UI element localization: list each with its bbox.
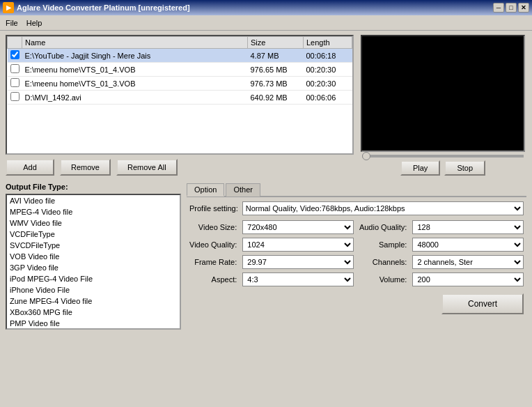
col-header-length: Length [304,37,352,49]
row-checkbox-cell[interactable] [8,49,22,63]
output-list-item[interactable]: WMV Video file [7,217,180,229]
preview-screen [361,35,525,152]
tab-bar: Option Other [187,183,526,197]
aspect-label: Aspect: [189,275,237,284]
preview-slider[interactable] [362,155,524,158]
table-row[interactable]: E:\meenu home\VTS_01_4.VOB 976.65 MB 00:… [8,63,352,77]
remove-button[interactable]: Remove [60,159,111,176]
sample-select[interactable]: 480004410022050 [412,238,524,252]
title-text: Aglare Video Converter Platinum [unregis… [17,3,190,12]
options-panel: Option Other Profile setting: Normal Qua… [187,183,526,330]
row-length: 00:06:18 [304,49,352,63]
table-row[interactable]: D:\MVI_1492.avi 640.92 MB 00:06:06 [8,91,352,105]
tab-other[interactable]: Other [226,183,260,197]
action-buttons: Add Remove Remove All [6,159,354,176]
output-list-item[interactable]: XBox360 MPG file [7,307,180,318]
row-name: D:\MVI_1492.avi [22,91,248,105]
menu-help[interactable]: Help [22,17,47,29]
app-icon: ▶ [3,2,14,13]
main-content: Name Size Length E:\YouTube - Jagjit Sin… [0,31,532,334]
row-checkbox[interactable] [10,78,19,87]
output-list-item[interactable]: AVI Video file [7,195,180,206]
close-button[interactable]: ✕ [518,3,529,13]
row-checkbox-cell[interactable] [8,63,22,77]
table-row[interactable]: E:\YouTube - Jagjit Singh - Mere Jais 4.… [8,49,352,63]
play-button[interactable]: Play [400,160,440,176]
row-size: 4.87 MB [248,49,304,63]
volume-label: Volume: [359,275,407,284]
output-list-item[interactable]: iPhone Video File [7,284,180,295]
output-list-item[interactable]: Zune MPEG-4 Video file [7,295,180,307]
row-name: E:\YouTube - Jagjit Singh - Mere Jais [22,49,248,63]
profile-setting-label: Profile setting: [189,204,238,213]
video-quality-label: Video Quality: [189,240,237,249]
title-controls: ─ □ ✕ [493,3,529,13]
profile-row: Profile setting: Normal Quality, Video:7… [187,201,526,215]
row-size: 976.65 MB [248,63,304,77]
row-name: E:\meenu home\VTS_01_3.VOB [22,77,248,91]
convert-button[interactable]: Convert [441,293,524,314]
title-bar: ▶ Aglare Video Converter Platinum [unreg… [0,0,532,15]
row-checkbox[interactable] [10,64,19,73]
channels-select[interactable]: 2 channels, Ster1 channel, Mono [412,255,524,269]
output-list-item[interactable]: 3GP Video file [7,262,180,273]
col-header-name: Name [22,37,248,49]
file-table: Name Size Length E:\YouTube - Jagjit Sin… [7,36,352,105]
row-checkbox[interactable] [10,50,19,59]
output-list-item[interactable]: VOB Video file [7,251,180,262]
output-list-item[interactable]: MPEG-4 Video file [7,206,180,217]
volume-select[interactable]: 200100150 [412,272,524,286]
aspect-select[interactable]: 4:316:9Auto [242,272,354,286]
menu-file[interactable]: File [1,17,22,29]
row-length: 00:20:30 [304,77,352,91]
frame-rate-select[interactable]: 29.97252415 [242,255,354,269]
output-list[interactable]: AVI Video fileMPEG-4 Video fileWMV Video… [6,194,181,330]
row-checkbox[interactable] [10,92,19,101]
row-checkbox-cell[interactable] [8,91,22,105]
preview-buttons: Play Stop [400,160,485,176]
row-length: 00:20:30 [304,63,352,77]
frame-rate-label: Frame Rate: [189,258,237,266]
output-label: Output File Type: [6,183,181,191]
row-length: 00:06:06 [304,91,352,105]
convert-row: Convert [187,293,526,314]
preview-container: Play Stop [359,35,526,176]
audio-quality-label: Audio Quality: [359,223,407,231]
output-list-item[interactable]: SVCDFileType [7,240,180,251]
menu-bar: File Help [0,15,532,31]
add-button[interactable]: Add [6,159,54,176]
row-checkbox-cell[interactable] [8,77,22,91]
col-header-check [8,37,22,49]
channels-label: Channels: [359,258,407,266]
options-grid: Video Size: 720x480640x480320x240 Audio … [187,219,526,288]
tab-option[interactable]: Option [187,183,224,197]
preview-slider-row [359,155,526,158]
stop-button[interactable]: Stop [444,160,485,176]
file-list-container[interactable]: Name Size Length E:\YouTube - Jagjit Sin… [6,35,354,155]
output-list-item[interactable]: VCDFileType [7,229,180,240]
table-row[interactable]: E:\meenu home\VTS_01_3.VOB 976.73 MB 00:… [8,77,352,91]
output-list-item[interactable]: PMP Video file [7,318,180,329]
row-name: E:\meenu home\VTS_01_4.VOB [22,63,248,77]
video-size-label: Video Size: [189,223,237,231]
audio-quality-select[interactable]: 12819225664 [412,220,524,234]
bottom-section: Output File Type: AVI Video fileMPEG-4 V… [6,183,526,330]
remove-all-button[interactable]: Remove All [116,159,178,176]
top-section: Name Size Length E:\YouTube - Jagjit Sin… [6,35,526,176]
output-list-item[interactable]: PSP MPEG-4 Video file [7,329,180,330]
sample-label: Sample: [359,240,407,249]
maximize-button[interactable]: □ [506,3,517,13]
profile-setting-select[interactable]: Normal Quality, Video:768kbps, Audio:128… [242,201,524,215]
col-header-size: Size [248,37,304,49]
minimize-button[interactable]: ─ [493,3,504,13]
video-size-select[interactable]: 720x480640x480320x240 [242,220,354,234]
row-size: 640.92 MB [248,91,304,105]
row-size: 976.73 MB [248,77,304,91]
output-panel: Output File Type: AVI Video fileMPEG-4 V… [6,183,181,330]
output-list-item[interactable]: iPod MPEG-4 Video File [7,273,180,284]
video-quality-select[interactable]: 1024768512 [242,238,354,252]
